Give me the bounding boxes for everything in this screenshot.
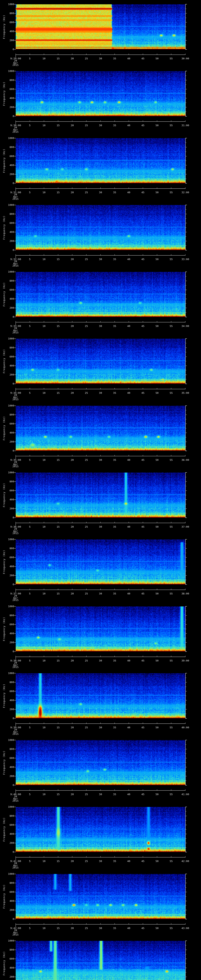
x-tick-label: 35	[109, 525, 121, 528]
x-tick-label: 5	[24, 124, 36, 127]
y-tick-label: 800	[5, 280, 14, 282]
x-tick-label: 30	[95, 927, 106, 929]
y-axis-title: Frequency (Hz)	[3, 15, 5, 39]
y-tick-label: 1000	[5, 605, 14, 608]
spectrogram-panel-7: Frequency (Hz)020040060080010009:35:0051…	[0, 401, 201, 468]
y-tick-label: 200	[5, 173, 14, 175]
x-tick-label: 15	[52, 391, 64, 394]
spectrogram-canvas	[0, 937, 201, 980]
y-tick-label: 400	[5, 231, 14, 233]
x-tick-label: 40	[123, 191, 135, 194]
y-axis-title: Frequency (Hz)	[3, 751, 5, 775]
y-axis-title: Frequency (Hz)	[3, 951, 5, 975]
y-tick-label: 800	[5, 213, 14, 215]
y-tick-label: 800	[5, 480, 14, 483]
x-tick-label: 15	[52, 927, 64, 929]
y-tick-label: 400	[5, 97, 14, 99]
y-tick-label: 800	[5, 815, 14, 817]
x-tick-label: 25	[80, 57, 92, 60]
x-tick-label: 25	[80, 726, 92, 729]
x-tick-label: 50	[151, 592, 163, 595]
x-tick-label: 30	[95, 860, 106, 862]
date-label: 2015	[6, 398, 26, 401]
y-tick-label: 0	[5, 650, 14, 653]
x-tick-label: 35	[109, 659, 121, 662]
x-tick-label: 20	[66, 592, 78, 595]
x-end-time-label: 32:00	[174, 191, 196, 194]
y-tick-label: 1000	[5, 939, 14, 942]
y-tick-label: 0	[5, 449, 14, 452]
x-tick-label: 5	[24, 525, 36, 528]
x-tick-label: 45	[137, 57, 149, 60]
x-tick-label: 25	[80, 258, 92, 261]
x-end-time-label: 37:00	[174, 525, 196, 528]
x-tick-label: 45	[137, 592, 149, 595]
x-tick-label: 45	[137, 860, 149, 862]
y-axis-title: Frequency (Hz)	[3, 416, 5, 441]
x-tick-label: 15	[52, 860, 64, 862]
spectrogram-panel-4: Frequency (Hz)020040060080010009:32:0051…	[0, 201, 201, 268]
x-tick-label: 45	[137, 124, 149, 127]
x-tick-label: 50	[151, 191, 163, 194]
x-tick-label: 25	[80, 191, 92, 194]
x-tick-label: 40	[123, 793, 135, 795]
spectrogram-canvas	[0, 803, 201, 869]
x-tick-label: 45	[137, 726, 149, 729]
y-tick-label: 200	[5, 574, 14, 577]
y-tick-label: 200	[5, 441, 14, 443]
x-tick-label: 50	[151, 927, 163, 929]
y-tick-label: 800	[5, 881, 14, 884]
x-tick-label: 40	[123, 726, 135, 729]
spectrogram-panel-13: Frequency (Hz)020040060080010009:41:0051…	[0, 803, 201, 870]
x-tick-label: 40	[123, 391, 135, 394]
x-tick-label: 20	[66, 927, 78, 929]
spectrogram-canvas	[0, 401, 201, 468]
x-tick-label: 20	[66, 57, 78, 60]
x-tick-label: 20	[66, 726, 78, 729]
date-label: 2015	[6, 64, 26, 66]
spectrogram-canvas	[0, 736, 201, 803]
x-tick-label: 15	[52, 124, 64, 127]
date-label: 2015	[6, 264, 26, 267]
y-tick-label: 800	[5, 146, 14, 148]
spectrogram-canvas	[0, 267, 201, 334]
spectrogram-panel-2: Frequency (Hz)020040060080010009:30:0051…	[0, 67, 201, 134]
x-tick-label: 15	[52, 659, 64, 662]
x-tick-label: 20	[66, 191, 78, 194]
x-tick-label: 25	[80, 525, 92, 528]
y-axis-title: Frequency (Hz)	[3, 684, 5, 708]
y-tick-label: 1000	[5, 672, 14, 675]
y-axis-title: Frequency (Hz)	[3, 483, 5, 507]
y-tick-label: 1000	[5, 471, 14, 474]
y-tick-label: 400	[5, 900, 14, 902]
x-tick-label: 40	[123, 860, 135, 862]
y-tick-label: 0	[5, 249, 14, 251]
y-tick-label: 0	[5, 315, 14, 318]
x-end-time-label: 42:00	[174, 860, 196, 862]
x-tick-label: 5	[24, 592, 36, 595]
date-label: 2015	[6, 933, 26, 936]
date-label: 2015	[6, 800, 26, 802]
x-tick-label: 45	[137, 391, 149, 394]
y-tick-label: 800	[5, 12, 14, 14]
y-tick-label: 200	[5, 908, 14, 911]
y-tick-label: 600	[5, 690, 14, 692]
y-axis-title: Frequency (Hz)	[3, 149, 5, 173]
y-axis-title: Frequency (Hz)	[3, 215, 5, 240]
x-tick-label: 10	[38, 325, 50, 327]
x-tick-label: 10	[38, 258, 50, 261]
y-tick-label: 1000	[5, 739, 14, 741]
y-tick-label: 600	[5, 958, 14, 960]
y-tick-label: 400	[5, 298, 14, 300]
y-axis-title: Frequency (Hz)	[3, 617, 5, 641]
x-tick-label: 5	[24, 459, 36, 461]
x-tick-label: 35	[109, 459, 121, 461]
x-tick-label: 10	[38, 124, 50, 127]
y-tick-label: 600	[5, 489, 14, 492]
x-tick-label: 30	[95, 459, 106, 461]
x-tick-label: 35	[109, 592, 121, 595]
x-tick-label: 30	[95, 325, 106, 327]
y-tick-label: 0	[5, 717, 14, 719]
x-tick-label: 10	[38, 391, 50, 394]
x-tick-label: 40	[123, 325, 135, 327]
